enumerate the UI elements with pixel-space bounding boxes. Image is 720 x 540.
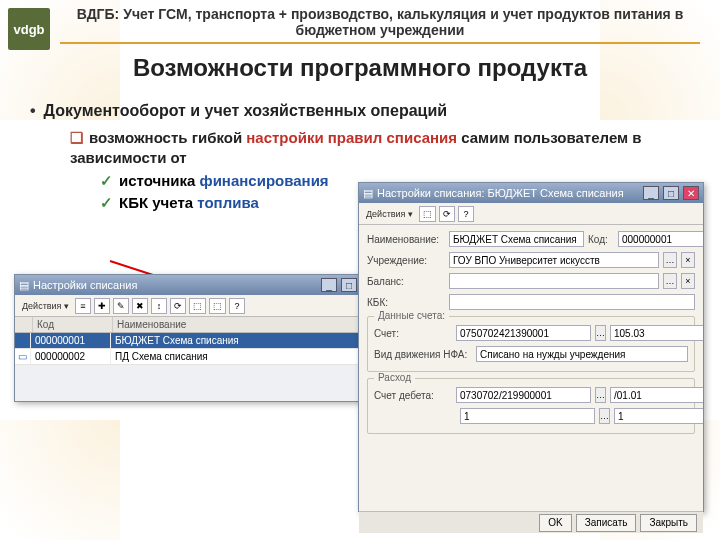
window-title: Настройки списания: БЮДЖЕТ Схема списани… [377, 187, 624, 199]
slide-header: ВДГБ: Учет ГСМ, транспорта + производств… [60, 6, 700, 44]
select-button[interactable]: … [663, 252, 677, 268]
select-button[interactable]: … [595, 387, 606, 403]
grid-row[interactable]: ▭ 000000001 БЮДЖЕТ Схема списания [15, 333, 381, 349]
app-icon: ▤ [363, 187, 373, 200]
code-input[interactable] [618, 231, 703, 247]
accent-bl [0, 420, 120, 540]
col-icon [15, 317, 33, 332]
help-icon[interactable]: ? [229, 298, 245, 314]
row-marker-icon: ▭ [15, 333, 31, 348]
col-code[interactable]: Код [33, 317, 113, 332]
debit-label: Счет дебета: [374, 390, 452, 401]
cell-name: БЮДЖЕТ Схема списания [111, 333, 381, 348]
acct-label: Счет: [374, 328, 452, 339]
form-buttons: OK Записать Закрыть [359, 511, 703, 533]
kbk-label: КБК: [367, 297, 445, 308]
group-account: Данные счета: Счет: … … … Вид движения Н… [367, 316, 695, 372]
debit-input[interactable] [456, 387, 591, 403]
row-marker-icon: ▭ [15, 349, 31, 364]
minimize-button[interactable]: _ [321, 278, 337, 292]
ok-button[interactable]: OK [539, 514, 571, 532]
check-item-1: ✓источника финансирования [100, 172, 329, 190]
acct-input[interactable] [456, 325, 591, 341]
group-expense: Расход Счет дебета: … … … … … [367, 378, 695, 434]
group-legend: Данные счета: [374, 310, 449, 321]
close-form-button[interactable]: Закрыть [640, 514, 697, 532]
kbk-input[interactable] [449, 294, 695, 310]
window-form: ▤ Настройки списания: БЮДЖЕТ Схема списа… [358, 182, 704, 512]
name-input[interactable] [449, 231, 584, 247]
group-legend: Расход [374, 372, 415, 383]
grid-header: Код Наименование [15, 317, 381, 333]
window-title: Настройки списания [33, 279, 137, 291]
toolbar-icon[interactable]: ⬚ [189, 298, 206, 314]
data-grid: Код Наименование ▭ 000000001 БЮДЖЕТ Схем… [15, 317, 381, 365]
org-input[interactable] [449, 252, 659, 268]
bullet-sub: ❑возможность гибкой настройки правил спи… [70, 128, 700, 169]
col-name[interactable]: Наименование [113, 317, 381, 332]
move-input[interactable] [476, 346, 688, 362]
logo: vdgb [8, 8, 50, 50]
toolbar-icon[interactable]: ✖ [132, 298, 148, 314]
toolbar-icon[interactable]: ⟳ [170, 298, 186, 314]
close-button[interactable]: ✕ [683, 186, 699, 200]
code-label: Код: [588, 234, 614, 245]
toolbar-icon[interactable]: ⟳ [439, 206, 455, 222]
window-list: ▤ Настройки списания _ □ ✕ Действия ▾ ≡ … [14, 274, 382, 402]
app-icon: ▤ [19, 279, 29, 292]
toolbar-icon[interactable]: ≡ [75, 298, 91, 314]
balance-label: Баланс: [367, 276, 445, 287]
check1-blue: финансирования [200, 172, 329, 189]
save-button[interactable]: Записать [576, 514, 637, 532]
maximize-button[interactable]: □ [663, 186, 679, 200]
bullet-main: Документооборот и учет хозяйственных опе… [30, 102, 700, 120]
bullet-sub-pre: возможность гибкой [89, 129, 246, 146]
toolbar: Действия ▾ ⬚ ⟳ ? [359, 203, 703, 225]
toolbar-icon[interactable]: ⬚ [419, 206, 436, 222]
help-icon[interactable]: ? [458, 206, 474, 222]
cell-name: ПД Схема списания [111, 349, 381, 364]
select-button[interactable]: … [595, 325, 606, 341]
toolbar-icon[interactable]: ✎ [113, 298, 129, 314]
clear-button[interactable]: × [681, 273, 695, 289]
balance-input[interactable] [449, 273, 659, 289]
acct-sub1[interactable] [610, 325, 703, 341]
check1-pre: источника [119, 172, 200, 189]
check2-blue: топлива [197, 194, 259, 211]
actions-menu[interactable]: Действия ▾ [363, 206, 416, 222]
cell-code: 000000002 [31, 349, 111, 364]
toolbar-icon[interactable]: ⬚ [209, 298, 226, 314]
maximize-button[interactable]: □ [341, 278, 357, 292]
grid-row[interactable]: ▭ 000000002 ПД Схема списания [15, 349, 381, 365]
toolbar: Действия ▾ ≡ ✚ ✎ ✖ ↕ ⟳ ⬚ ⬚ ? [15, 295, 381, 317]
form-body: Наименование: Код: Учреждение: … × Балан… [359, 225, 703, 511]
move-label: Вид движения НФА: [374, 349, 472, 360]
titlebar[interactable]: ▤ Настройки списания _ □ ✕ [15, 275, 381, 295]
cell-code: 000000001 [31, 333, 111, 348]
slide-title: Возможности программного продукта [0, 54, 720, 82]
exp-sub-a[interactable] [460, 408, 595, 424]
square-bullet-icon: ❑ [70, 129, 83, 146]
check-icon: ✓ [100, 172, 113, 189]
name-label: Наименование: [367, 234, 445, 245]
check-item-2: ✓КБК учета топлива [100, 194, 259, 212]
toolbar-icon[interactable]: ↕ [151, 298, 167, 314]
titlebar[interactable]: ▤ Настройки списания: БЮДЖЕТ Схема списа… [359, 183, 703, 203]
bullet-sub-red: настройки правил списания [246, 129, 457, 146]
actions-menu[interactable]: Действия ▾ [19, 298, 72, 314]
debit-sub1[interactable] [610, 387, 703, 403]
select-button[interactable]: … [599, 408, 610, 424]
check2-pre: КБК учета [119, 194, 197, 211]
check-icon: ✓ [100, 194, 113, 211]
clear-button[interactable]: × [681, 252, 695, 268]
select-button[interactable]: … [663, 273, 677, 289]
exp-sub-b[interactable] [614, 408, 703, 424]
minimize-button[interactable]: _ [643, 186, 659, 200]
toolbar-icon[interactable]: ✚ [94, 298, 110, 314]
org-label: Учреждение: [367, 255, 445, 266]
